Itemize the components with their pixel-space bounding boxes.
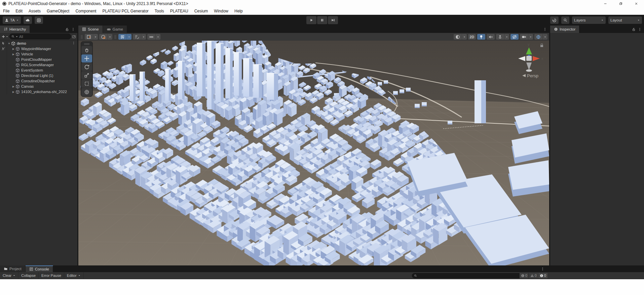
clear-button[interactable]: Clear [0,272,18,279]
scene-viewport[interactable]: y x Persp [78,41,549,265]
unlock-icon[interactable] [65,28,69,31]
gizmo-x-axis[interactable] [533,56,540,61]
hierarchy-item-14100-yokohama-shi-2022[interactable]: ▶14100_yokohama-shi_2022 [0,89,77,94]
scale-tool-button[interactable] [81,71,92,79]
console-log-area [0,279,644,295]
menu-help[interactable]: Help [231,7,246,15]
toolbar-right: Layers Layout [547,16,644,24]
menu-plateau-pcl-generator[interactable]: PLATEAU PCL Generator [99,7,151,15]
editor-dropdown[interactable]: Editor [64,272,84,279]
hierarchy-scene-demo[interactable]: ▼demo [0,41,77,46]
pause-button[interactable] [317,16,327,24]
error-pause-button[interactable]: Error Pause [39,272,64,279]
console-icon [29,267,33,271]
effects-button[interactable] [496,34,509,40]
layout-dropdown[interactable]: Layout [608,16,642,24]
view-2d-button[interactable]: 2D [468,34,476,40]
tool-handle-pivot-button[interactable] [85,34,98,40]
menu-gameobject[interactable]: GameObject [44,7,72,15]
move-tool-icon [84,56,89,61]
kebab-menu-icon[interactable] [541,267,544,271]
scene-canvas[interactable] [78,41,549,265]
grid-snapping-button[interactable] [133,34,146,40]
grid-visibility-button[interactable] [118,34,131,40]
overlay-drag-handle[interactable] [115,35,116,39]
warning-badge-toggle[interactable]: 0 [529,273,538,278]
tab-inspector[interactable]: Inspector [550,26,579,33]
component-tools-button[interactable] [534,34,547,40]
scene-lighting-button[interactable] [477,34,485,40]
gizmo-cube[interactable] [526,56,532,61]
menu-assets[interactable]: Assets [26,7,44,15]
menu-edit[interactable]: Edit [12,7,26,15]
search-button[interactable] [561,16,569,24]
kebab-menu-icon[interactable] [638,28,642,31]
scene-gizmo[interactable]: y x Persp [512,42,546,80]
layers-dropdown[interactable]: Layers [572,16,606,24]
gizmo-neg-x-axis[interactable] [518,56,525,61]
hierarchy-item-pointcloudmapper[interactable]: PointCloudMapper [0,57,77,62]
hierarchy-item-coroutinedispatcher[interactable]: CoroutineDispatcher [0,78,77,84]
close-button[interactable] [629,0,644,7]
cube-icon [15,90,20,94]
unlock-icon[interactable] [632,28,636,31]
projection-cone-icon[interactable] [522,74,526,77]
overlay-drag-handle[interactable] [81,35,82,39]
kebab-menu-icon[interactable] [543,28,547,31]
hierarchy-search-input[interactable]: All [9,34,71,39]
tool-palette-drag-handle[interactable] [81,42,92,46]
info-badge-icon [521,274,525,278]
caret-down-icon [15,35,18,38]
snap-increment-button[interactable] [147,34,160,40]
menu-file[interactable]: File [0,7,12,15]
collapse-button[interactable]: Collapse [18,272,39,279]
hierarchy-item-waypointmanager[interactable]: ▶WaypointManager [0,46,77,51]
transform-tool-button[interactable] [81,88,92,96]
step-button[interactable] [328,16,338,24]
tab-scene[interactable]: Scene [78,26,103,33]
menu-cesium[interactable]: Cesium [191,7,211,15]
audio-mute-button[interactable] [487,34,495,40]
menu-plateau[interactable]: PLATEAU [167,7,191,15]
scene-visibility-button[interactable] [510,34,519,40]
hierarchy-tab-label: Hierarchy [9,27,26,31]
camera-overlay-button[interactable] [520,34,533,40]
play-button[interactable] [306,16,316,24]
hierarchy-item-vehicle[interactable]: ▶Vehicle [0,51,77,57]
restore-button[interactable] [613,0,629,7]
shading-mode-icon [455,35,460,39]
search-in-window-icon[interactable] [72,35,76,39]
gizmo-neg-y-axis[interactable] [526,62,532,70]
tool-handle-orientation-button[interactable] [99,34,112,40]
cloud-button[interactable] [24,16,32,24]
info-badge-toggle[interactable]: 0 [520,273,529,278]
hierarchy-item-canvas[interactable]: ▶Canvas [0,84,77,89]
account-button[interactable]: TA [3,16,21,24]
services-button[interactable] [35,16,43,24]
undo-history-button[interactable] [550,16,559,24]
menu-window[interactable]: Window [211,7,231,15]
rect-tool-button[interactable] [81,80,92,88]
create-object-button[interactable] [1,35,8,39]
menu-component[interactable]: Component [72,7,99,15]
tab-project[interactable]: Project [0,265,26,272]
menu-tools[interactable]: Tools [152,7,167,15]
shading-mode-button[interactable] [454,34,467,40]
tab-hierarchy[interactable]: Hierarchy [0,26,30,33]
hierarchy-item-directional-light-1[interactable]: Directional Light (1) [0,73,77,78]
transform-tool-icon [84,89,89,95]
hierarchy-item-rglscenemanager[interactable]: RGLSceneManager [0,62,77,68]
console-badges: 000 [520,273,547,278]
hand-tool-button[interactable] [81,46,92,54]
error-badge-toggle[interactable]: 0 [538,273,547,278]
move-tool-button[interactable] [81,54,92,62]
kebab-menu-icon[interactable] [71,28,75,31]
tab-console[interactable]: Console [26,265,53,272]
projection-label[interactable]: Persp [527,73,538,78]
hierarchy-item-eventsystem[interactable]: EventSystem [0,68,77,73]
gizmo-y-axis[interactable] [526,47,532,54]
tab-game[interactable]: Game [103,26,127,33]
rotate-tool-button[interactable] [81,63,92,71]
console-search-input[interactable] [412,273,536,278]
minimize-button[interactable] [598,0,613,7]
